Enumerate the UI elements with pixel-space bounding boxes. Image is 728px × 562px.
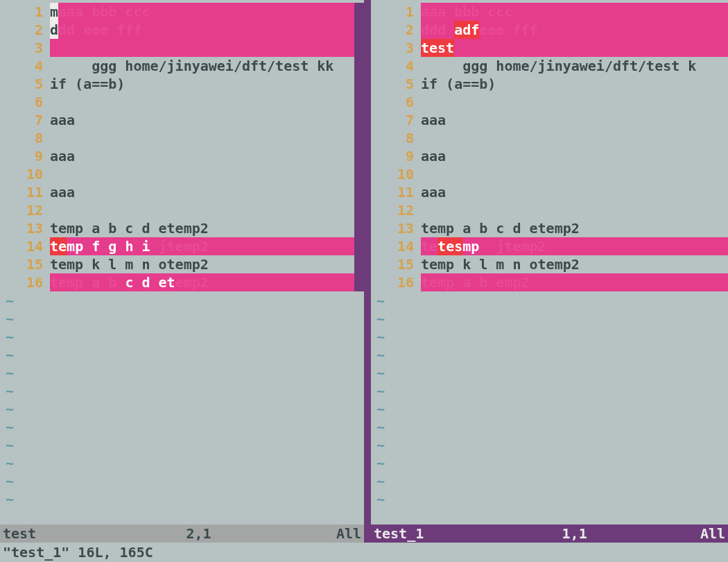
tilde-icon: ~	[0, 309, 50, 327]
line-number: 15	[371, 255, 421, 273]
code-row: 16 temp a b c d et emp2	[0, 273, 364, 291]
tilde-icon: ~	[0, 400, 50, 418]
line-number: 8	[0, 129, 50, 147]
fold-column	[354, 165, 364, 183]
left-pane[interactable]: 1 m aaa bbb ccc 2 d dd eee fff	[0, 0, 364, 543]
tilde-icon: ~	[371, 418, 421, 436]
command-line[interactable]: "test_1" 16L, 165C	[0, 543, 728, 562]
code-text: if (a==b)	[421, 75, 496, 93]
line-number: 9	[371, 147, 421, 165]
diff-text: temp a b emp2	[421, 273, 530, 291]
empty-row: ~	[371, 346, 728, 364]
diff-text: ddd	[421, 21, 454, 39]
empty-row: ~	[371, 490, 728, 508]
diff-char: d	[50, 21, 58, 39]
empty-row: ~	[0, 346, 364, 364]
code-row: 11aaa	[371, 183, 728, 201]
line-number: 5	[0, 75, 50, 93]
code-row: 16 temp a b emp2	[371, 273, 728, 291]
line-number: 6	[0, 93, 50, 111]
line-number: 16	[371, 273, 421, 291]
fold-column	[354, 255, 364, 273]
left-code[interactable]: 1 m aaa bbb ccc 2 d dd eee fff	[0, 0, 364, 525]
vertical-split[interactable]	[364, 0, 371, 543]
line-number: 5	[371, 75, 421, 93]
fold-column	[354, 57, 364, 75]
tilde-icon: ~	[0, 454, 50, 472]
code-row: 14 te tes mp jtemp2	[371, 237, 728, 255]
empty-row: ~	[371, 309, 728, 327]
line-number: 2	[0, 21, 50, 39]
tilde-icon: ~	[0, 418, 50, 436]
code-text: aaa	[50, 147, 75, 165]
line-number: 2	[371, 21, 421, 39]
diff-text: jtemp2	[496, 237, 546, 255]
tilde-icon: ~	[371, 291, 421, 309]
code-row: 9 aaa	[0, 147, 364, 165]
line-number: 15	[0, 255, 50, 273]
line-number: 8	[371, 129, 421, 147]
fold-column	[354, 93, 364, 111]
code-row: 1 aaa bbb ccc	[371, 3, 728, 21]
tilde-icon: ~	[0, 436, 50, 454]
code-row: 8	[0, 129, 364, 147]
empty-row: ~	[0, 291, 364, 309]
code-row: 12	[371, 201, 728, 219]
line-number: 16	[0, 273, 50, 291]
empty-row: ~	[371, 400, 728, 418]
code-text: temp k l m n otemp2	[421, 255, 580, 273]
tilde-icon: ~	[0, 364, 50, 382]
status-cursor: 2,1	[187, 525, 211, 543]
code-row: 12	[0, 201, 364, 219]
fold-column	[354, 201, 364, 219]
tilde-icon: ~	[371, 309, 421, 327]
line-number: 9	[0, 147, 50, 165]
status-scroll: All	[587, 525, 725, 543]
fold-column	[354, 273, 364, 291]
right-code[interactable]: 1 aaa bbb ccc 2 ddd adf eee fff 3	[371, 0, 728, 525]
diff-text: c d et	[125, 273, 175, 291]
code-row: 7aaa	[371, 111, 728, 129]
fold-column	[354, 129, 364, 147]
diff-text: adf	[454, 21, 479, 39]
tilde-icon: ~	[371, 327, 421, 346]
fold-column	[354, 111, 364, 129]
empty-row: ~	[0, 400, 364, 418]
line-number: 10	[0, 165, 50, 183]
code-row: 10	[371, 165, 728, 183]
diff-text: emp2	[175, 273, 209, 291]
line-number: 11	[371, 183, 421, 201]
line-number: 12	[371, 201, 421, 219]
tilde-icon: ~	[371, 400, 421, 418]
empty-row: ~	[371, 472, 728, 490]
line-number: 6	[371, 93, 421, 111]
tilde-icon: ~	[371, 382, 421, 400]
command-text: "test_1" 16L, 165C	[3, 543, 153, 561]
fold-column	[354, 147, 364, 165]
code-row: 13temp a b c d etemp2	[371, 219, 728, 237]
code-text: if (a==b)	[50, 75, 125, 93]
vim-diff-editor[interactable]: 1 m aaa bbb ccc 2 d dd eee fff	[0, 0, 728, 562]
line-number: 13	[0, 219, 50, 237]
code-row: 7 aaa	[0, 111, 364, 129]
code-row: 11 aaa	[0, 183, 364, 201]
code-row: 3	[0, 39, 364, 57]
code-text: ggg home/jinyawei/dft/test kk	[50, 57, 333, 75]
line-number: 10	[371, 165, 421, 183]
code-row: 5if (a==b)	[371, 75, 728, 93]
code-text: temp k l m n otemp2	[50, 255, 209, 273]
right-pane[interactable]: 1 aaa bbb ccc 2 ddd adf eee fff 3	[371, 0, 728, 543]
line-number: 4	[371, 57, 421, 75]
line-number: 7	[0, 111, 50, 129]
left-statusbar: test 2,1 All	[0, 525, 364, 543]
line-number: 1	[371, 3, 421, 21]
diff-text: test	[421, 39, 454, 57]
line-number: 11	[0, 183, 50, 201]
diff-text: te	[421, 237, 437, 255]
code-row: 13 temp a b c d etemp2	[0, 219, 364, 237]
status-filename: test	[3, 525, 36, 543]
code-row: 6	[371, 93, 728, 111]
empty-row: ~	[371, 418, 728, 436]
tilde-icon: ~	[0, 472, 50, 490]
empty-row: ~	[0, 327, 364, 346]
